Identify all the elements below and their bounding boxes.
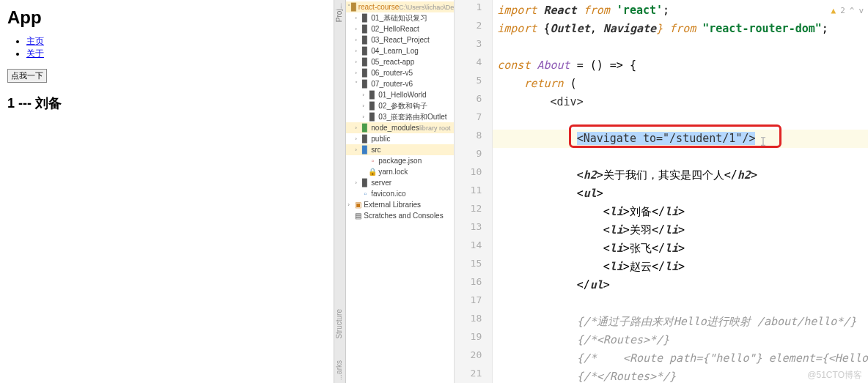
tree-label: public (371, 135, 390, 143)
tree-label: 03_React_Project (371, 36, 430, 44)
line-number: 4 (455, 56, 492, 75)
tree-label: 01_HelloWorld (378, 91, 426, 99)
tree-item[interactable]: ›▉04_Learn_Log (346, 45, 454, 56)
tree-label: 01_基础知识复习 (371, 13, 427, 23)
folder-icon: ▉ (368, 92, 377, 99)
folder-icon: ▉ (361, 135, 369, 143)
ide-pane: Proj... Structure ...arks ˅▉react-course… (334, 0, 868, 383)
code-line (493, 148, 868, 166)
code-line: return ( (493, 75, 868, 93)
tree-arrow-icon[interactable]: › (355, 70, 361, 76)
line-number: 9 (455, 148, 492, 166)
code-line: {/*<Routes>*/} (493, 331, 868, 349)
code-line: const About = () => { (493, 56, 868, 75)
tree-item[interactable]: ›▉02_参数和钩子 (346, 100, 454, 111)
file-icon: ▫ (361, 190, 369, 198)
code-line: <ul> (493, 185, 868, 203)
tree-arrow-icon[interactable]: › (362, 92, 368, 98)
code-line: import React from 'react'; (493, 1, 868, 20)
tool-tab-structure[interactable]: Structure (335, 309, 343, 339)
ide-left-toolstrip[interactable]: Proj... Structure ...arks (334, 0, 346, 383)
line-number: 19 (455, 331, 492, 349)
tree-item[interactable]: ›▉01_基础知识复习 (346, 12, 454, 23)
code-line: </ul> (493, 276, 868, 294)
tree-item[interactable]: ›▉public (346, 133, 454, 144)
tree-suffix: C:\Users\lichao\De (399, 4, 454, 11)
code-area[interactable]: ▲2 ^ v import React from 'react'; import… (493, 0, 868, 383)
tree-label: react-course (358, 3, 400, 11)
line-number: 3 (455, 38, 492, 56)
lib-icon: ▣ (353, 201, 362, 209)
nav-link-about[interactable]: 关于 (26, 48, 44, 59)
line-number: 15 (455, 258, 492, 276)
tree-label: node_modules (371, 124, 419, 132)
line-number: 8 (455, 130, 492, 148)
tree-item[interactable]: ˅▉07_router-v6 (346, 78, 454, 89)
line-number: 21 (455, 368, 492, 383)
code-line: <div> (493, 93, 868, 111)
nav-link-home[interactable]: 主页 (26, 36, 44, 46)
tree-arrow-icon[interactable]: › (355, 15, 361, 21)
tree-arrow-icon[interactable]: › (362, 114, 368, 120)
tree-item[interactable]: ›▉06_router-v5 (346, 67, 454, 78)
tree-label: 02_HelloReact (371, 25, 419, 33)
tree-arrow-icon[interactable]: › (355, 135, 361, 142)
tree-item[interactable]: ›▉02_HelloReact (346, 23, 454, 34)
tree-arrow-icon[interactable]: › (355, 59, 361, 65)
folder-icon: ▉ (361, 70, 369, 77)
lock-icon: 🔒 (368, 168, 377, 176)
tree-arrow-icon[interactable]: › (347, 201, 353, 208)
tree-arrow-icon[interactable]: › (355, 26, 361, 32)
click-me-button[interactable]: 点我一下 (7, 69, 47, 83)
folder-icon: ▉ (361, 37, 369, 44)
tree-label: package.json (378, 157, 422, 165)
tree-item[interactable]: ›▉03_嵌套路由和Outlet (346, 111, 454, 122)
tree-item[interactable]: ▫package.json (346, 155, 454, 166)
tree-item[interactable]: ▫favicon.ico (346, 188, 454, 199)
tree-item[interactable]: ›▉03_React_Project (346, 34, 454, 45)
line-number: 1 (455, 1, 492, 20)
route-output: 1 --- 刘备 (7, 94, 326, 112)
browser-preview-pane: App 主页 关于 点我一下 1 --- 刘备 (0, 0, 334, 383)
project-tree[interactable]: ˅▉react-course C:\Users\lichao\De›▉01_基础… (346, 0, 455, 383)
tree-arrow-icon[interactable]: ˅ (355, 81, 361, 87)
tree-label: 04_Learn_Log (371, 47, 419, 55)
line-number: 17 (455, 294, 492, 313)
text-cursor: I (760, 133, 760, 145)
scratch-icon: ▤ (353, 212, 362, 220)
tree-label: yarn.lock (378, 168, 408, 176)
tree-arrow-icon[interactable]: › (355, 124, 361, 131)
tree-item[interactable]: ›▉src (346, 144, 454, 155)
tree-item[interactable]: ›▉node_modules library root (346, 122, 454, 133)
tool-tab-bookmarks[interactable]: ...arks (335, 360, 343, 380)
tree-arrow-icon[interactable]: › (355, 48, 361, 54)
line-number: 20 (455, 349, 492, 368)
tool-tab-project[interactable]: Proj... (335, 3, 343, 22)
folder-icon: ▉ (361, 146, 369, 154)
code-line: <li>赵云</li> (493, 258, 868, 276)
tree-item[interactable]: ▤Scratches and Consoles (346, 210, 454, 221)
tree-label: External Libraries (364, 201, 421, 209)
line-number: 11 (455, 185, 492, 203)
line-number: 7 (455, 111, 492, 130)
folder-icon: ▉ (361, 81, 369, 88)
tree-arrow-icon[interactable]: › (355, 146, 361, 153)
folder-icon: ▉ (361, 26, 369, 33)
tree-arrow-icon[interactable]: › (362, 103, 368, 109)
folder-icon: ▉ (361, 15, 369, 22)
code-line: {/* <Route path={"hello"} element={<Hell… (493, 349, 868, 368)
tree-arrow-icon[interactable]: › (355, 179, 361, 186)
tree-item[interactable]: ›▉01_HelloWorld (346, 89, 454, 100)
tree-item[interactable]: ˅▉react-course C:\Users\lichao\De (346, 1, 454, 12)
tree-item[interactable]: ›▉server (346, 177, 454, 188)
tree-arrow-icon[interactable]: › (355, 37, 361, 43)
code-line: import {Outlet, Navigate} from "react-ro… (493, 20, 868, 38)
folder-icon: ▉ (361, 59, 369, 66)
line-number: 2 (455, 20, 492, 38)
tree-item[interactable]: ›▣External Libraries (346, 199, 454, 210)
selected-code[interactable]: <Navigate to="/student/1"/> (577, 132, 756, 145)
tree-item[interactable]: ›▉05_react-app (346, 56, 454, 67)
tree-item[interactable]: 🔒yarn.lock (346, 166, 454, 177)
tree-label: 05_react-app (371, 58, 414, 66)
code-line: <h2>关于我们，其实是四个人</h2> (493, 166, 868, 185)
